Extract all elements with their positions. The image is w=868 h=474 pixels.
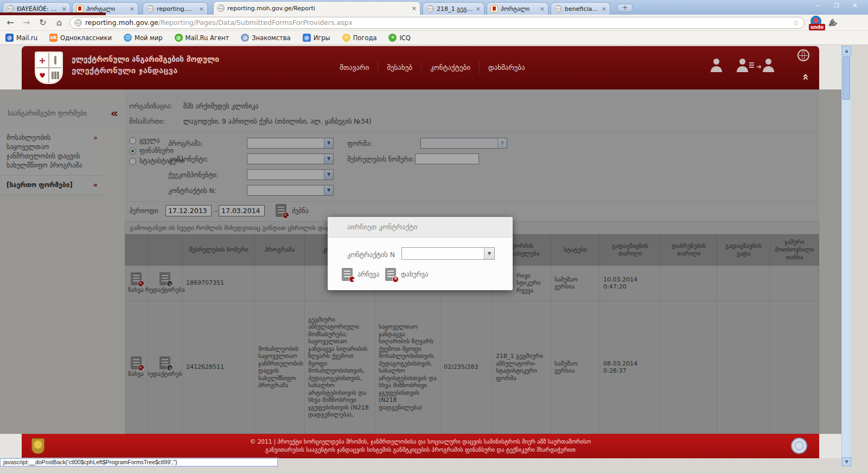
browser-tab[interactable]: პორტალი× bbox=[487, 2, 548, 15]
bookmark-item[interactable]: @Игры bbox=[303, 34, 330, 42]
restore-button[interactable]: ❐ bbox=[830, 2, 843, 10]
site-nav-item[interactable]: შესახებ bbox=[378, 61, 422, 74]
extension-badge: unde bbox=[809, 24, 825, 30]
tab-close-icon[interactable]: × bbox=[540, 5, 545, 12]
home-icon[interactable]: ⌂ bbox=[53, 17, 65, 28]
site-nav: მთავარიშესახებკონტაქტებიდახმარება bbox=[331, 61, 534, 74]
georgia-emblem-icon bbox=[31, 438, 44, 454]
minimize-button[interactable]: ─ bbox=[812, 2, 825, 10]
browser-tab[interactable]: reporting.moh.gov.ge/Reporti× bbox=[213, 1, 420, 15]
browser-tab[interactable]: beneficiary.moh.gov.ge/Page× bbox=[551, 2, 610, 15]
bookmark-label: Игры bbox=[314, 34, 330, 42]
browser-tab[interactable]: 218_1 გეგმიური ამბულატორი× bbox=[423, 2, 484, 15]
tab-title: ÐÀÝÉÀÍÔÉ: ÀÂÀÌÄÃÌÂÀ ÁÀÓÓ bbox=[17, 5, 59, 12]
settings-wrench-icon[interactable] bbox=[827, 18, 837, 28]
bookmark-label: Mail.Ru Агент bbox=[186, 34, 229, 42]
tab-title: reporting.moh.gov.ge/Reporti bbox=[157, 5, 196, 12]
bookmark-label: Mail.ru bbox=[16, 34, 37, 42]
tab-close-icon[interactable]: × bbox=[602, 5, 607, 12]
bookmark-favicon-icon: @ bbox=[5, 34, 14, 42]
language-globe-icon[interactable] bbox=[797, 49, 809, 61]
site-title-line2: ელექტრონული ჯანდაცვა bbox=[72, 66, 219, 75]
window-controls: ─ ❐ ✕ bbox=[812, 2, 861, 10]
collapse-header-icon[interactable]: « bbox=[800, 74, 813, 80]
browser-toolbar: ← → ↻ ⌂ reporting.moh.gov.ge/Reporting/P… bbox=[0, 15, 868, 31]
back-icon[interactable]: ← bbox=[4, 17, 16, 28]
scrollbar-thumb[interactable] bbox=[843, 56, 850, 100]
bookmark-item[interactable]: okОдноклассники bbox=[49, 34, 112, 42]
tab-close-icon[interactable]: × bbox=[412, 5, 417, 12]
select-badge-icon bbox=[349, 276, 355, 283]
modal-contract-label: კონტრაქტის N bbox=[347, 251, 395, 259]
tab-strip: ÐÀÝÉÀÍÔÉ: ÀÂÀÌÄÃÌÂÀ ÁÀÓÓ×პორტალი×reporti… bbox=[0, 0, 868, 15]
extension-icon[interactable]: unde bbox=[809, 16, 823, 30]
page-globe-icon bbox=[74, 19, 82, 27]
close-doc-icon: × bbox=[385, 268, 396, 281]
bookmark-star-icon[interactable]: ☆ bbox=[793, 18, 800, 27]
tab-close-icon[interactable]: × bbox=[476, 5, 481, 12]
bookmark-label: ICQ bbox=[399, 34, 410, 42]
site-header: + ♥ ელექტრონული ანგარიშგების მოდული ელექ… bbox=[22, 46, 819, 89]
browser-tab[interactable]: reporting.moh.gov.ge/Reporti× bbox=[143, 2, 208, 15]
site-nav-item[interactable]: დახმარება bbox=[480, 61, 534, 74]
bookmark-item[interactable]: @Mail.ru bbox=[5, 34, 37, 42]
select-contract-modal: აირჩიეთ კონტრაქტი კონტრაქტის N ▼ არჩევა … bbox=[328, 217, 513, 290]
bookmark-label: Одноклассники bbox=[60, 34, 112, 42]
new-tab-button[interactable]: + bbox=[617, 4, 633, 12]
tab-close-icon[interactable]: × bbox=[62, 5, 67, 12]
close-badge-icon: × bbox=[392, 276, 399, 283]
globe-favicon-icon bbox=[554, 5, 562, 12]
globe-favicon-icon bbox=[217, 4, 225, 12]
user-list-icon[interactable] bbox=[736, 58, 750, 72]
bookmark-favicon-icon: ok bbox=[49, 34, 58, 42]
bookmark-label: Погода bbox=[353, 34, 377, 42]
site-nav-item[interactable]: მთავარი bbox=[331, 61, 378, 74]
status-bar-link-preview: javascript:__doPostBack('ctl00$cphLeft$P… bbox=[0, 458, 278, 466]
modal-contract-dropdown[interactable]: ▼ bbox=[401, 247, 495, 260]
header-user-icons: ➜ bbox=[710, 58, 776, 72]
tab-close-icon[interactable]: × bbox=[199, 5, 204, 12]
theme-strip bbox=[0, 12, 106, 15]
logo-caduceus-icon bbox=[49, 53, 61, 67]
reload-icon[interactable]: ↻ bbox=[37, 17, 49, 28]
logo-column-icon bbox=[49, 68, 61, 82]
page-scrollbar[interactable]: ▲ ▼ bbox=[841, 46, 851, 466]
tab-close-icon[interactable]: × bbox=[130, 5, 135, 12]
tab-title: reporting.moh.gov.ge/Reporti bbox=[227, 5, 409, 12]
modal-select-label: არჩევა bbox=[358, 271, 379, 278]
bookmark-item[interactable]: @Mail.Ru Агент bbox=[175, 34, 229, 42]
bookmark-label: Мой мир bbox=[135, 34, 163, 42]
globe-favicon-icon bbox=[7, 5, 14, 12]
close-button[interactable]: ✕ bbox=[848, 2, 861, 10]
bookmark-item[interactable]: ☺Мой мир bbox=[124, 34, 163, 42]
crest-favicon-icon bbox=[76, 5, 84, 12]
site-nav-item[interactable]: კონტაქტები bbox=[422, 61, 480, 74]
bookmark-item[interactable]: ✳ICQ bbox=[388, 34, 410, 42]
bookmark-favicon-icon: ✳ bbox=[388, 34, 397, 42]
scroll-down-icon[interactable]: ▼ bbox=[842, 457, 851, 466]
bookmark-item[interactable]: ☀Погода bbox=[342, 34, 377, 42]
partner-emblem-icon bbox=[791, 438, 807, 454]
globe-favicon-icon bbox=[426, 5, 434, 12]
modal-title: აირჩიეთ კონტრაქტი bbox=[328, 217, 513, 238]
scroll-up-icon[interactable]: ▲ bbox=[842, 46, 851, 55]
user-profile-icon[interactable] bbox=[710, 58, 724, 72]
bookmark-favicon-icon: @ bbox=[241, 34, 249, 42]
logout-icon[interactable]: ➜ bbox=[762, 58, 776, 72]
bookmark-favicon-icon: @ bbox=[303, 34, 311, 42]
tab-title: beneficiary.moh.gov.ge/Page bbox=[565, 5, 599, 12]
bookmark-label: Знакомства bbox=[252, 34, 290, 42]
dropdown-arrow-icon[interactable]: ▼ bbox=[484, 248, 494, 259]
modal-close-button[interactable]: × დახურვა bbox=[385, 268, 428, 281]
address-bar[interactable]: reporting.moh.gov.ge/Reporting/Pages/Dat… bbox=[69, 17, 805, 29]
forward-icon[interactable]: → bbox=[21, 17, 33, 28]
site-footer: © 2011 | პროექტი ხორციელდება შრომის, ჯან… bbox=[22, 434, 819, 458]
bookmark-favicon-icon: ☀ bbox=[342, 34, 350, 42]
ministry-logo: + ♥ bbox=[35, 52, 63, 84]
modal-select-button[interactable]: არჩევა bbox=[342, 268, 379, 281]
crest-favicon-icon bbox=[490, 5, 498, 12]
bookmark-item[interactable]: @Знакомства bbox=[241, 34, 290, 42]
url-text: reporting.moh.gov.ge/Reporting/Pages/Dat… bbox=[85, 18, 353, 27]
tab-title: 218_1 გეგმიური ამბულატორი bbox=[437, 5, 473, 12]
globe-favicon-icon bbox=[146, 5, 154, 12]
